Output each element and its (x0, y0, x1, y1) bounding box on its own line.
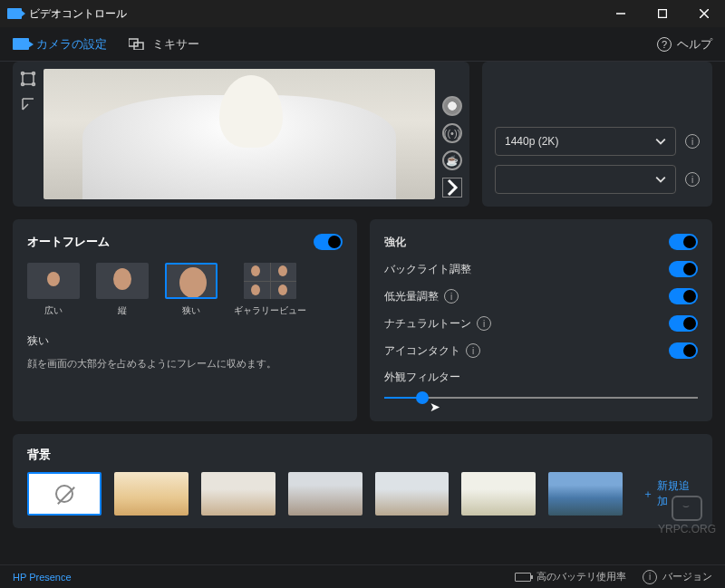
autoframe-option-vertical[interactable]: 縦 (96, 263, 149, 317)
info-icon[interactable]: i (466, 343, 480, 358)
window-title: ビデオコントロール (29, 6, 127, 22)
enhance-title: 強化 (384, 235, 406, 250)
expand-button[interactable] (442, 178, 462, 198)
lowlight-toggle[interactable] (669, 288, 698, 304)
tab-label: ミキサー (152, 36, 199, 53)
appearance-slider[interactable]: ➤ (384, 389, 698, 407)
crop-tool-icon[interactable] (20, 71, 36, 87)
camera-icon (13, 38, 29, 50)
minimize-button[interactable] (600, 0, 642, 27)
maximize-button[interactable] (642, 0, 683, 27)
svg-rect-6 (23, 73, 34, 84)
eyecontact-toggle[interactable] (669, 342, 698, 359)
autoframe-option-wide[interactable]: 広い (27, 263, 80, 317)
help-icon: ? (657, 37, 672, 52)
broadcast-button[interactable]: ((•)) (442, 123, 462, 143)
svg-rect-1 (659, 10, 667, 18)
enhance-master-toggle[interactable] (669, 234, 698, 250)
eyecontact-label: アイコンタクト (384, 343, 460, 359)
info-icon[interactable]: i (477, 316, 491, 331)
background-option[interactable] (201, 472, 276, 516)
enhance-card: 強化 バックライト調整 低光量調整i ナチュラルトーンi アイコンタクトi 外観… (370, 219, 712, 421)
autoframe-option-narrow[interactable]: 狭い (165, 263, 218, 317)
autoframe-selected-label: 狭い (27, 333, 343, 349)
tabbar: カメラの設定 ミキサー ? ヘルプ (0, 27, 725, 62)
tab-mixer[interactable]: ミキサー (129, 36, 199, 53)
tab-camera-settings[interactable]: カメラの設定 (13, 36, 107, 53)
background-option[interactable] (375, 472, 450, 516)
backlight-toggle[interactable] (669, 261, 698, 277)
chevron-down-icon (655, 174, 666, 185)
natural-toggle[interactable] (669, 315, 698, 332)
close-button[interactable] (683, 0, 725, 27)
background-title: 背景 (27, 447, 698, 463)
chevron-down-icon (655, 136, 666, 147)
background-card: 背景 ＋新規追加 (13, 434, 712, 528)
resolution-panel: 1440p (2K) i i (482, 62, 712, 207)
mixer-icon (129, 38, 145, 50)
version-status[interactable]: iバージョン (643, 570, 712, 584)
record-button[interactable] (442, 96, 462, 116)
appearance-label: 外観フィルター (384, 370, 460, 385)
background-option[interactable] (288, 472, 362, 516)
info-icon: i (643, 570, 657, 584)
info-icon[interactable]: i (685, 172, 700, 187)
autoframe-toggle[interactable] (314, 234, 343, 250)
natural-label: ナチュラルトーン (384, 316, 471, 332)
backlight-label: バックライト調整 (384, 262, 471, 277)
info-icon[interactable]: i (685, 134, 700, 149)
autoframe-description: 顔を画面の大部分を占めるようにフレームに収めます。 (27, 356, 343, 372)
content: ((•)) ☕ 1440p (2K) i i (0, 62, 725, 564)
statusbar: HP Presence 高のバッテリ使用率 iバージョン (0, 564, 725, 588)
help-label: ヘルプ (677, 36, 712, 53)
background-none[interactable] (27, 472, 102, 516)
cursor-icon: ➤ (430, 400, 440, 414)
resolution-select[interactable]: 1440p (2K) (495, 127, 676, 156)
autoframe-title: オートフレーム (27, 234, 110, 250)
app-icon (7, 8, 22, 19)
tab-label: カメラの設定 (36, 36, 107, 53)
info-icon[interactable]: i (444, 289, 459, 304)
none-icon (55, 485, 73, 503)
background-option[interactable] (114, 472, 188, 516)
background-option[interactable] (461, 472, 536, 516)
titlebar: ビデオコントロール (0, 0, 725, 27)
watermark: YRPC.ORG (658, 496, 716, 535)
battery-status[interactable]: 高のバッテリ使用率 (515, 570, 626, 583)
preview-card: ((•)) ☕ (13, 62, 469, 207)
autoframe-card: オートフレーム 広い 縦 狭い ギャラリービュー 狭い 顔を画面の大部分を占める… (13, 219, 357, 421)
resolution-value: 1440p (2K) (505, 135, 558, 148)
autoframe-option-gallery[interactable]: ギャラリービュー (234, 263, 306, 317)
coffee-button[interactable]: ☕ (442, 150, 462, 170)
secondary-select[interactable] (495, 165, 676, 194)
brand-label: HP Presence (13, 572, 72, 583)
help-button[interactable]: ? ヘルプ (657, 36, 712, 53)
lowlight-label: 低光量調整 (384, 289, 439, 304)
camera-preview (44, 69, 435, 199)
transform-tool-icon[interactable] (20, 96, 36, 112)
background-option[interactable] (548, 472, 623, 516)
battery-icon (515, 573, 531, 582)
plus-icon: ＋ (643, 487, 653, 502)
